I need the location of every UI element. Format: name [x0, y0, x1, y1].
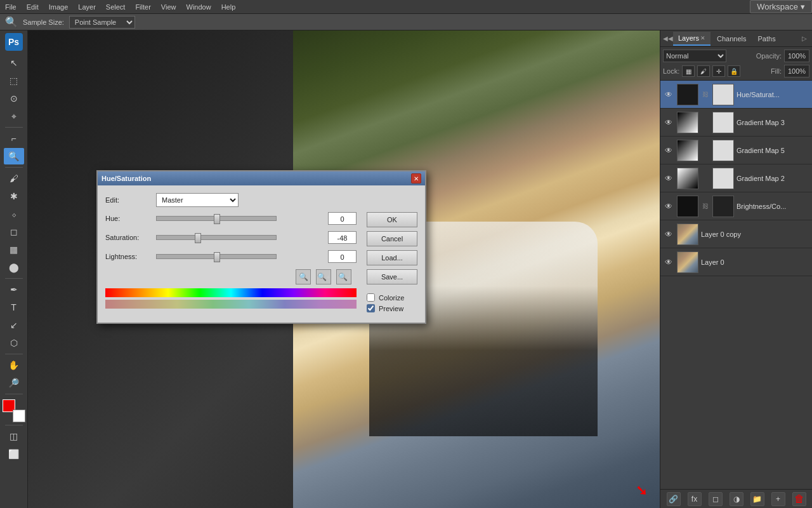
layer-name-gradient3: Gradient Map 3	[737, 119, 809, 126]
dialog-titlebar[interactable]: Hue/Saturation ✕	[98, 171, 425, 185]
saturation-value[interactable]: -48	[328, 231, 357, 244]
background-color[interactable]	[13, 410, 25, 422]
lock-position-button[interactable]: ✛	[712, 65, 725, 77]
sample-size-select[interactable]: Point Sample 3 by 3 Average 5 by 5 Avera…	[69, 16, 135, 29]
tool-magic-wand[interactable]: ⌖	[4, 108, 24, 124]
save-button[interactable]: Save...	[367, 269, 417, 284]
delete-layer-button[interactable]: 🗑	[792, 492, 806, 506]
blend-mode-select[interactable]: Normal Multiply Screen Overlay	[663, 50, 726, 62]
layer-thumb-gradient3-1	[677, 112, 698, 133]
layer-visibility-hue-sat[interactable]: 👁	[663, 89, 674, 100]
menu-image[interactable]: Image	[44, 2, 74, 12]
cancel-button[interactable]: Cancel	[367, 231, 417, 246]
add-mask-button[interactable]: ◻	[709, 492, 723, 506]
layer-item-gradient2[interactable]: 👁 ⛓ Gradient Map 2	[660, 164, 812, 192]
tool-eraser[interactable]: ◻	[4, 224, 24, 240]
tool-screen-mode[interactable]: ⬜	[4, 446, 24, 462]
menu-help[interactable]: Help	[216, 2, 241, 12]
layer-item-brightness[interactable]: 👁 ⛓ Brightness/Co...	[660, 192, 812, 220]
tool-dodge[interactable]: ⬤	[4, 259, 24, 276]
tool-eyedropper[interactable]: 🔍	[4, 148, 24, 164]
saturation-slider-thumb[interactable]	[195, 233, 201, 243]
tool-brush[interactable]: 🖌	[4, 170, 24, 187]
tool-shape[interactable]: ⬡	[4, 335, 24, 351]
lock-image-button[interactable]: 🖌	[697, 65, 710, 77]
link-layers-button[interactable]: 🔗	[667, 492, 681, 506]
tool-type[interactable]: T	[4, 299, 24, 316]
eyedropper-normal-button[interactable]: 🔍	[296, 269, 311, 284]
saturation-slider-track[interactable]	[156, 235, 277, 240]
lock-label: Lock:	[663, 67, 679, 75]
preview-checkbox[interactable]	[367, 304, 375, 312]
layer-info-gradient5: Gradient Map 5	[737, 147, 809, 154]
layer-item-layer0copy[interactable]: 👁 Layer 0 copy	[660, 220, 812, 248]
preview-label[interactable]: Preview	[379, 305, 403, 312]
saturation-row: Saturation: -48	[105, 231, 357, 244]
tool-clone[interactable]: ✱	[4, 188, 24, 204]
panel-options-button[interactable]: ▷	[799, 34, 809, 44]
menu-layer[interactable]: Layer	[73, 2, 101, 12]
layer-item-hue-sat[interactable]: 👁 ⛓ Hue/Saturat...	[660, 81, 812, 109]
layer-visibility-gradient2[interactable]: 👁	[663, 173, 674, 184]
load-button[interactable]: Load...	[367, 250, 417, 265]
colorize-label[interactable]: Colorize	[379, 294, 404, 302]
layer-item-layer0[interactable]: 👁 Layer 0	[660, 248, 812, 276]
layer-item-gradient5[interactable]: 👁 ⛓ Gradient Map 5	[660, 137, 812, 164]
opacity-input[interactable]	[784, 50, 809, 62]
lock-transparent-button[interactable]: ▦	[682, 65, 695, 77]
menu-window[interactable]: Window	[181, 2, 216, 12]
add-style-button[interactable]: fx	[688, 492, 702, 506]
menu-select[interactable]: Select	[101, 2, 131, 12]
menu-file[interactable]: File	[0, 2, 22, 12]
edit-select[interactable]: Master Reds Yellows Greens Cyans Blues M…	[156, 193, 239, 207]
layer-visibility-layer0copy[interactable]: 👁	[663, 229, 674, 240]
tab-layers-close[interactable]: ✕	[700, 35, 705, 41]
new-group-button[interactable]: 📁	[750, 492, 764, 506]
workspace-button[interactable]: Workspace ▾	[750, 0, 812, 13]
new-adjustment-button[interactable]: ◑	[730, 492, 743, 506]
lock-all-button[interactable]: 🔒	[728, 65, 740, 77]
tool-move[interactable]: ↖	[4, 55, 24, 71]
tool-separator-4	[5, 354, 23, 354]
ok-button[interactable]: OK	[367, 212, 417, 227]
colorize-checkbox[interactable]	[367, 293, 375, 302]
tool-path-select[interactable]: ↙	[4, 317, 24, 333]
tool-lasso[interactable]: ⊙	[4, 90, 24, 107]
eyedropper-add-button[interactable]: 🔍+	[316, 269, 331, 284]
hue-slider-track[interactable]	[156, 216, 277, 221]
tab-paths[interactable]: Paths	[753, 32, 781, 46]
tool-history-brush[interactable]: ⬦	[4, 206, 24, 222]
tool-crop[interactable]: ⌐	[4, 130, 24, 147]
tool-quick-mask[interactable]: ◫	[4, 428, 24, 444]
layer-visibility-brightness[interactable]: 👁	[663, 201, 674, 212]
lightness-value[interactable]: 0	[328, 250, 357, 263]
lightness-slider-track[interactable]	[156, 254, 277, 259]
tab-channels[interactable]: Channels	[712, 32, 751, 46]
menu-edit[interactable]: Edit	[22, 2, 44, 12]
hue-slider-thumb[interactable]	[214, 214, 220, 224]
dialog-close-button[interactable]: ✕	[411, 173, 421, 184]
color-swatch[interactable]	[3, 399, 25, 422]
tool-hand[interactable]: ✋	[4, 357, 24, 373]
fill-input[interactable]	[784, 65, 809, 77]
layer-chain-hue-sat: ⛓	[701, 90, 710, 99]
lightness-slider-thumb[interactable]	[214, 252, 220, 262]
tool-pen[interactable]: ✒	[4, 281, 24, 298]
tool-gradient[interactable]: ▦	[4, 241, 24, 258]
layer-visibility-layer0[interactable]: 👁	[663, 257, 674, 268]
menu-view[interactable]: View	[156, 2, 181, 12]
tool-separator-5	[5, 394, 23, 394]
layer-visibility-gradient3[interactable]: 👁	[663, 117, 674, 128]
panel-collapse-button[interactable]: ◀◀	[663, 34, 673, 44]
new-layer-button[interactable]: +	[771, 492, 785, 506]
menu-filter[interactable]: Filter	[130, 2, 155, 12]
layer-visibility-gradient5[interactable]: 👁	[663, 145, 674, 156]
tool-marquee[interactable]: ⬚	[4, 72, 24, 89]
hue-value[interactable]: 0	[328, 212, 357, 225]
eyedropper-subtract-button[interactable]: 🔍-	[336, 269, 351, 284]
ps-logo: Ps	[5, 33, 23, 51]
tab-layers[interactable]: Layers ✕	[673, 32, 710, 46]
tool-zoom[interactable]: 🔎	[4, 375, 24, 391]
layer-info-brightness: Brightness/Co...	[737, 203, 809, 210]
layer-item-gradient3[interactable]: 👁 ⛓ Gradient Map 3	[660, 109, 812, 137]
